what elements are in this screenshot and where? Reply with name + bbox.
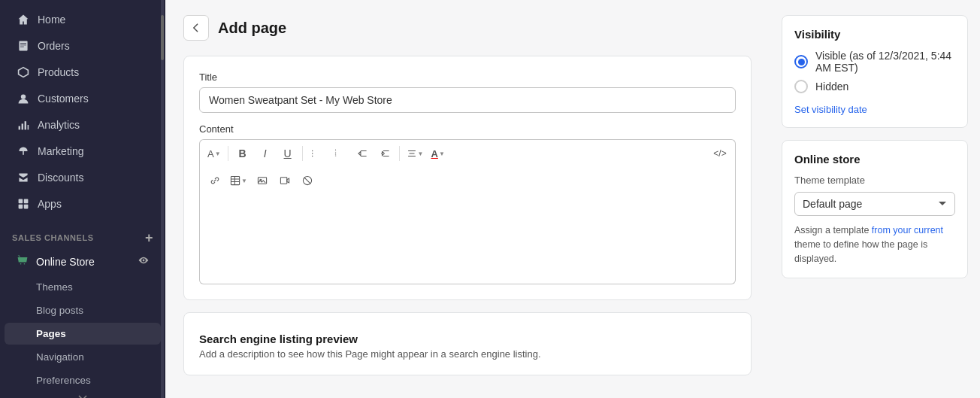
from-link[interactable]: from bbox=[872, 225, 891, 235]
editor-toolbar-row2: ▼ bbox=[199, 167, 736, 194]
sidebar-item-products[interactable]: Products bbox=[5, 59, 161, 85]
editor-body[interactable] bbox=[199, 194, 736, 284]
svg-text:3: 3 bbox=[334, 154, 336, 157]
sidebar-item-discounts-label: Discounts bbox=[38, 172, 83, 184]
sidebar-item-customers[interactable]: Customers bbox=[5, 86, 161, 111]
visibility-hidden-label: Hidden bbox=[815, 81, 848, 93]
visibility-card: Visibility Visible (as of 12/3/2021, 5:4… bbox=[782, 15, 968, 128]
theme-template-select[interactable]: Default page Contact Custom bbox=[794, 192, 955, 216]
visibility-hidden-option[interactable]: Hidden bbox=[794, 80, 955, 93]
sidebar-item-customers-label: Customers bbox=[38, 93, 89, 105]
toolbar-align-button[interactable]: ▼ bbox=[404, 146, 427, 161]
sidebar-item-analytics-label: Analytics bbox=[38, 119, 80, 131]
customers-icon bbox=[17, 92, 30, 105]
home-icon bbox=[17, 13, 30, 26]
svg-rect-6 bbox=[19, 199, 23, 204]
theme-template-label: Theme template bbox=[794, 175, 955, 186]
toolbar-font-size-button[interactable]: A ▼ bbox=[204, 146, 224, 162]
online-store-icon bbox=[17, 254, 29, 269]
sidebar-scrollbar-track bbox=[161, 0, 164, 398]
your-current-link[interactable]: your current bbox=[893, 225, 943, 235]
back-button[interactable] bbox=[183, 15, 209, 41]
main-content: Add page Title Content A ▼ B I U 123 bbox=[165, 0, 770, 398]
title-input[interactable] bbox=[199, 87, 736, 113]
toolbar-indent-decrease-button[interactable] bbox=[352, 143, 373, 164]
sidebar-item-home[interactable]: Home bbox=[5, 7, 161, 32]
svg-rect-2 bbox=[22, 123, 23, 129]
toolbar-ul-button[interactable] bbox=[307, 143, 328, 164]
online-store-description: Assign a template from your current them… bbox=[794, 223, 955, 266]
editor-toolbar-row1: A ▼ B I U 123 ▼ bbox=[199, 139, 736, 167]
sidebar-item-products-label: Products bbox=[38, 66, 79, 78]
online-store-title: Online store bbox=[794, 153, 955, 166]
visibility-title: Visibility bbox=[794, 28, 955, 41]
sidebar-item-analytics[interactable]: Analytics bbox=[5, 112, 161, 138]
svg-rect-21 bbox=[280, 178, 286, 184]
toolbar-italic-button[interactable]: I bbox=[255, 143, 276, 164]
visibility-visible-option[interactable]: Visible (as of 12/3/2021, 5:44 AM EST) bbox=[794, 50, 955, 74]
sidebar-sub-themes[interactable]: Themes bbox=[5, 276, 161, 298]
sidebar-item-marketing-label: Marketing bbox=[38, 145, 83, 157]
sales-channels-section: SALES CHANNELS + bbox=[0, 223, 165, 248]
sidebar-item-discounts[interactable]: Discounts bbox=[5, 165, 161, 190]
marketing-icon bbox=[17, 144, 30, 158]
sidebar-sub-navigation[interactable]: Navigation bbox=[5, 346, 161, 368]
svg-rect-10 bbox=[20, 263, 22, 265]
sidebar-sub-preferences[interactable]: Preferences bbox=[5, 369, 161, 391]
svg-point-14 bbox=[312, 156, 313, 156]
sidebar-item-apps[interactable]: Apps bbox=[5, 191, 161, 217]
analytics-icon bbox=[17, 118, 30, 132]
svg-point-13 bbox=[312, 153, 313, 153]
seo-description: Add a description to see how this Page m… bbox=[199, 348, 736, 360]
set-visibility-date-link[interactable]: Set visibility date bbox=[794, 104, 867, 115]
sidebar-sub-blog-posts[interactable]: Blog posts bbox=[5, 299, 161, 321]
toolbar-divider-3 bbox=[399, 146, 400, 161]
visibility-visible-label: Visible (as of 12/3/2021, 5:44 AM EST) bbox=[815, 50, 955, 74]
toolbar-code-button[interactable]: </> bbox=[709, 143, 730, 164]
orders-icon bbox=[17, 39, 30, 53]
svg-rect-18 bbox=[231, 176, 239, 184]
svg-rect-1 bbox=[19, 126, 20, 130]
sidebar-scroll-indicator bbox=[0, 392, 165, 398]
toolbar-bold-button[interactable]: B bbox=[232, 143, 253, 164]
online-store-eye-icon[interactable] bbox=[138, 255, 149, 268]
content-field-label: Content bbox=[199, 123, 736, 135]
seo-title: Search engine listing preview bbox=[199, 333, 736, 345]
svg-rect-9 bbox=[24, 205, 29, 209]
toolbar-divider-2 bbox=[302, 146, 303, 161]
sidebar-item-orders[interactable]: Orders bbox=[5, 33, 161, 59]
add-sales-channel-button[interactable]: + bbox=[145, 231, 153, 245]
svg-rect-7 bbox=[24, 199, 29, 204]
title-card: Title Content A ▼ B I U 123 bbox=[183, 56, 752, 300]
sidebar-item-online-store[interactable]: Online Store bbox=[5, 248, 161, 275]
page-header: Add page bbox=[183, 15, 752, 41]
toolbar-divider-1 bbox=[228, 146, 228, 161]
sidebar-item-home-label: Home bbox=[38, 14, 65, 26]
toolbar-image-button[interactable] bbox=[252, 170, 273, 191]
sidebar-item-marketing[interactable]: Marketing bbox=[5, 138, 161, 164]
visibility-visible-radio[interactable] bbox=[794, 55, 808, 68]
toolbar-video-button[interactable] bbox=[274, 170, 295, 191]
svg-rect-11 bbox=[24, 263, 26, 265]
toolbar-table-button[interactable]: ▼ bbox=[227, 173, 250, 188]
toolbar-text-color-button[interactable]: A ▼ bbox=[428, 146, 448, 162]
svg-rect-3 bbox=[25, 121, 26, 129]
page-title: Add page bbox=[218, 20, 286, 37]
toolbar-underline-button[interactable]: U bbox=[277, 143, 298, 164]
sidebar-scrollbar-thumb[interactable] bbox=[161, 15, 164, 60]
toolbar-block-button[interactable] bbox=[297, 170, 318, 191]
toolbar-ol-button[interactable]: 123 bbox=[329, 143, 350, 164]
title-field-label: Title bbox=[199, 71, 736, 83]
sidebar-online-store-label: Online Store bbox=[36, 256, 95, 268]
sidebar-sub-pages[interactable]: Pages bbox=[5, 323, 161, 345]
side-panel: Visibility Visible (as of 12/3/2021, 5:4… bbox=[770, 0, 980, 398]
toolbar-link-button[interactable] bbox=[204, 170, 225, 191]
svg-rect-4 bbox=[28, 125, 29, 129]
svg-rect-5 bbox=[23, 151, 24, 155]
svg-rect-8 bbox=[19, 205, 23, 209]
visibility-hidden-radio[interactable] bbox=[794, 80, 808, 93]
seo-section: Search engine listing preview Add a desc… bbox=[199, 333, 736, 360]
toolbar-indent-increase-button[interactable] bbox=[374, 143, 395, 164]
svg-point-12 bbox=[312, 150, 313, 151]
svg-line-23 bbox=[304, 178, 310, 184]
